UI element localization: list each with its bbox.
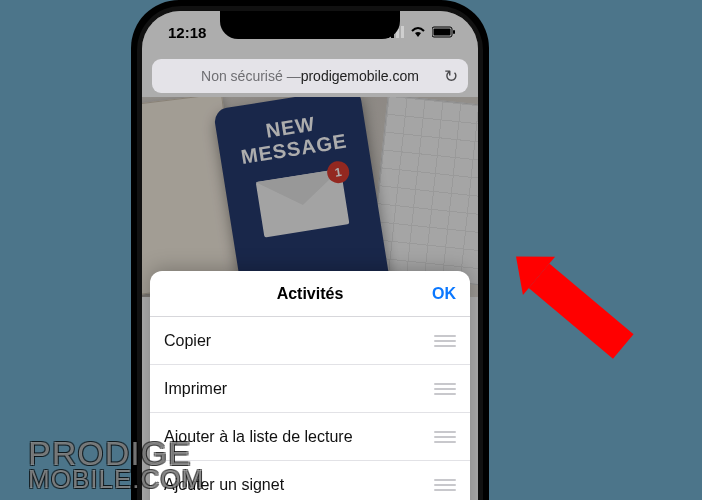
sheet-row-copier[interactable]: Copier: [150, 317, 470, 365]
ok-button[interactable]: OK: [432, 285, 456, 303]
svg-rect-8: [529, 264, 634, 359]
notch: [220, 11, 400, 39]
status-time: 12:18: [168, 24, 206, 41]
wifi-icon: [410, 24, 426, 41]
watermark: PRODIGE MOBILE.COM: [28, 439, 204, 490]
reorder-handle-icon[interactable]: [434, 431, 456, 443]
svg-rect-3: [401, 26, 404, 38]
phone-graphic: NEW MESSAGE 1: [213, 97, 395, 297]
row-label: Copier: [164, 332, 211, 350]
reorder-handle-icon[interactable]: [434, 383, 456, 395]
envelope-icon: 1: [256, 169, 350, 238]
watermark-line2: MOBILE.COM: [28, 468, 204, 490]
iphone-device-frame: 12:18 Non sécurisé — prodigemobile.co: [131, 0, 489, 500]
sheet-row-imprimer[interactable]: Imprimer: [150, 365, 470, 413]
notification-badge: 1: [326, 160, 351, 185]
reorder-handle-icon[interactable]: [434, 479, 456, 491]
webpage-content: NEW MESSAGE 1: [142, 97, 478, 297]
url-insecure-label: Non sécurisé —: [201, 68, 301, 84]
refresh-icon[interactable]: ↻: [444, 66, 458, 87]
battery-icon: [432, 24, 456, 41]
annotation-arrow-icon: [480, 238, 640, 392]
sheet-header: Activités OK: [150, 271, 470, 317]
url-bar[interactable]: Non sécurisé — prodigemobile.com ↻: [152, 59, 468, 93]
svg-rect-6: [453, 30, 455, 34]
row-label: Imprimer: [164, 380, 227, 398]
svg-rect-5: [434, 28, 451, 35]
url-domain: prodigemobile.com: [301, 68, 419, 84]
reorder-handle-icon[interactable]: [434, 335, 456, 347]
sheet-title: Activités: [277, 285, 344, 303]
iphone-bezel: 12:18 Non sécurisé — prodigemobile.co: [137, 6, 483, 500]
screen: 12:18 Non sécurisé — prodigemobile.co: [142, 11, 478, 500]
